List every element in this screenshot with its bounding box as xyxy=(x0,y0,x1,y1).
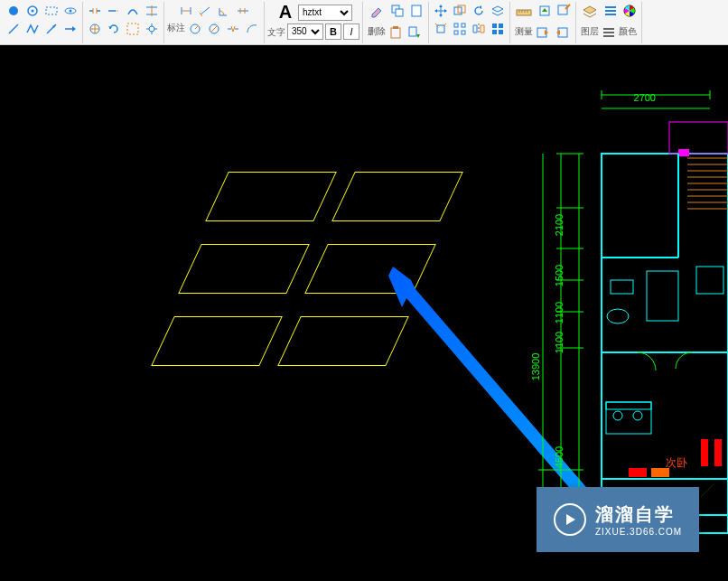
transform-group xyxy=(429,2,510,43)
break-icon[interactable] xyxy=(86,2,104,20)
dim-arc-icon[interactable] xyxy=(243,20,261,38)
svg-point-21 xyxy=(149,26,154,32)
circle-fill-icon[interactable] xyxy=(5,2,23,20)
eye-icon[interactable] xyxy=(61,2,79,20)
watermark-title: 溜溜自学 xyxy=(595,502,682,527)
layer-list-icon[interactable] xyxy=(602,2,620,20)
room-label: 次卧 xyxy=(666,455,687,471)
rotate-cw-icon[interactable] xyxy=(470,2,488,20)
svg-line-25 xyxy=(201,7,210,14)
page-icon[interactable] xyxy=(407,2,425,20)
rect-dashed-icon[interactable] xyxy=(42,2,61,20)
svg-rect-54 xyxy=(462,23,465,27)
parallelogram-6[interactable] xyxy=(277,316,409,366)
svg-rect-120 xyxy=(606,402,651,409)
svg-marker-131 xyxy=(566,514,575,525)
layer-label: 图层 xyxy=(581,25,599,42)
dim-left-2: 1500 xyxy=(554,265,565,286)
line-icon[interactable] xyxy=(5,20,23,38)
svg-rect-60 xyxy=(492,23,497,28)
measure-label: 测量 xyxy=(515,25,533,42)
parallelogram-2[interactable] xyxy=(331,172,463,221)
arc-icon[interactable] xyxy=(124,2,142,20)
annotation-group: 标注 xyxy=(164,2,265,43)
eraser-icon[interactable] xyxy=(366,2,387,23)
svg-rect-63 xyxy=(499,30,503,34)
svg-line-33 xyxy=(210,25,218,33)
dim-left-total: 13900 xyxy=(531,353,542,381)
ruler-icon[interactable] xyxy=(513,2,535,23)
play-icon xyxy=(554,503,586,536)
watermark-subtitle: ZIXUE.3D66.COM xyxy=(595,527,682,537)
svg-rect-55 xyxy=(454,31,458,34)
svg-rect-37 xyxy=(396,9,403,16)
svg-rect-40 xyxy=(393,26,398,29)
svg-rect-38 xyxy=(412,5,421,16)
arrow-horiz-icon[interactable] xyxy=(61,20,79,38)
svg-rect-56 xyxy=(462,31,465,34)
dim-angle-icon[interactable] xyxy=(215,2,233,20)
svg-marker-70 xyxy=(542,8,547,12)
dim-aligned-icon[interactable] xyxy=(196,2,214,20)
dim-continue-icon[interactable] xyxy=(234,2,252,20)
svg-rect-101 xyxy=(678,149,689,156)
text-icon[interactable]: A xyxy=(275,2,296,23)
dim-diameter-icon[interactable] xyxy=(205,20,223,38)
watermark: 溜溜自学 ZIXUE.3D66.COM xyxy=(537,487,699,552)
rotate-center-icon[interactable] xyxy=(86,20,104,38)
svg-point-122 xyxy=(633,411,642,420)
canvas-area[interactable]: 2700 2100 1500 1100 1100 4500 13900 次卧 溜… xyxy=(0,45,728,581)
svg-line-6 xyxy=(9,24,18,33)
paste-arrow-icon[interactable] xyxy=(406,23,424,42)
mirror-icon[interactable] xyxy=(470,20,488,38)
font-select[interactable]: hztxt xyxy=(298,5,352,21)
parallelogram-4[interactable] xyxy=(304,244,436,294)
explode-icon[interactable] xyxy=(432,20,450,38)
dim-left-3: 1100 xyxy=(554,302,565,323)
rotate-icon[interactable] xyxy=(105,20,123,38)
text-label: 文字 xyxy=(267,26,285,39)
measure-group: 测量 xyxy=(510,2,576,43)
parallelogram-3[interactable] xyxy=(178,244,310,294)
extend-icon[interactable] xyxy=(105,2,123,20)
svg-marker-44 xyxy=(439,14,443,17)
dim-linear-icon[interactable] xyxy=(177,2,195,20)
dim-left-1: 2100 xyxy=(554,214,565,236)
layers-icon[interactable] xyxy=(579,2,601,23)
svg-rect-126 xyxy=(701,439,708,466)
svg-marker-43 xyxy=(439,5,443,7)
polyline-icon[interactable] xyxy=(23,20,42,38)
parallelogram-1[interactable] xyxy=(205,172,337,221)
export-pencil-icon[interactable] xyxy=(555,2,573,20)
parallelogram-5[interactable] xyxy=(151,316,283,366)
clipboard-icon[interactable] xyxy=(387,23,405,42)
svg-rect-62 xyxy=(492,30,497,34)
color-wheel-icon[interactable] xyxy=(621,2,639,20)
offset-icon[interactable] xyxy=(451,2,469,20)
gear-icon[interactable] xyxy=(143,20,161,38)
grid-icon[interactable] xyxy=(489,20,507,38)
move-icon[interactable] xyxy=(432,2,450,20)
in-arrow-icon[interactable] xyxy=(534,23,552,42)
svg-rect-53 xyxy=(454,23,458,27)
stack-icon[interactable] xyxy=(489,2,507,20)
dim-break-icon[interactable] xyxy=(224,20,242,38)
size-select[interactable]: 350 xyxy=(287,23,323,40)
arrow-diag-icon[interactable] xyxy=(42,20,61,38)
copy-icon[interactable] xyxy=(388,2,406,20)
layer-lines-icon[interactable] xyxy=(600,23,618,42)
svg-point-121 xyxy=(613,411,622,420)
select-rect-icon[interactable] xyxy=(124,20,142,38)
out-arrow-icon[interactable] xyxy=(553,23,571,42)
svg-rect-119 xyxy=(606,402,651,434)
svg-rect-64 xyxy=(517,10,531,15)
import-icon[interactable] xyxy=(536,2,554,20)
italic-button[interactable]: I xyxy=(343,23,359,40)
modify-tools-group xyxy=(83,2,164,43)
trim-icon[interactable] xyxy=(143,2,161,20)
dim-radius-icon[interactable] xyxy=(186,20,204,38)
circle-target-icon[interactable] xyxy=(23,2,42,20)
array-icon[interactable] xyxy=(451,20,469,38)
main-toolbar: 标注 A hztxt 文字 350 B I xyxy=(0,0,728,45)
bold-button[interactable]: B xyxy=(325,23,341,40)
